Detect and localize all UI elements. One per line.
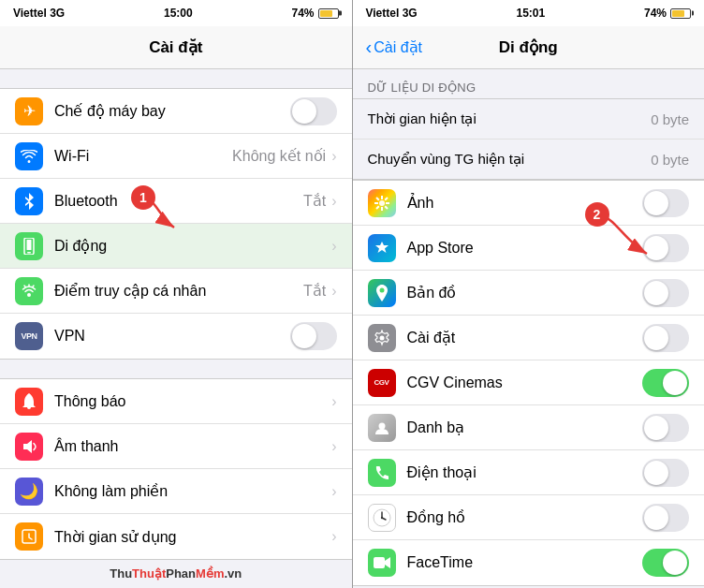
carrier-left: Viettel 3G [13,7,65,20]
list-item-clock[interactable]: Đồng hồ [353,495,705,540]
list-item-hotspot[interactable]: Điểm truy cập cá nhân Tắt › [0,269,352,314]
status-bar-left: Viettel 3G 15:00 74% [0,0,352,26]
left-panel: Viettel 3G 15:00 74% Cài đặt ✈ Chế độ má… [0,0,352,588]
appstore-icon [368,234,396,262]
list-item-settings[interactable]: Cài đặt [353,316,705,360]
app-list: Ảnh App Store Bản đồ [353,180,705,586]
notif-label: Thông báo [54,393,331,410]
contacts-label: Danh bạ [407,419,643,436]
battery-fill-right [672,10,684,17]
maps-icon [368,279,396,307]
airplane-toggle[interactable] [290,97,337,125]
section-header-data: DỮ LIỆU DI ĐỘNG [353,69,705,98]
contacts-icon [368,414,396,442]
photos-label: Ảnh [407,194,643,212]
list-item-dnd[interactable]: 🌙 Không làm phiền › [0,469,352,514]
bluetooth-value: Tắt [303,192,326,210]
left-nav-title: Cài đặt [149,37,202,57]
sound-icon [15,433,43,461]
settings-toggle[interactable] [642,324,689,352]
appstore-label: App Store [407,240,643,257]
list-item-vpn[interactable]: VPN VPN [0,314,352,359]
contacts-toggle[interactable] [642,414,689,442]
facetime-label: FaceTime [407,554,643,571]
list-item-phone[interactable]: Điện thoại [353,450,705,495]
svg-line-5 [33,286,34,287]
nav-bar-left: Cài đặt [0,26,352,69]
svg-point-3 [27,293,31,297]
clock-label: Đồng hồ [407,508,643,526]
list-item-cgv[interactable]: CGV CGV Cinemas [353,360,705,405]
notif-chevron: › [331,393,336,410]
bluetooth-chevron: › [331,193,336,210]
wifi-chevron: › [331,148,336,165]
facetime-icon [368,549,396,577]
watermark: ThuThuậtPhanMềm.vn [110,566,242,581]
status-left: Viettel 3G [13,7,65,20]
battery-text-left: 74% [291,7,314,20]
status-bar-right: Viettel 3G 15:01 74% [353,0,705,26]
svg-line-6 [24,286,25,287]
watermark-thu: Thu [110,566,132,581]
data-row-current-label: Thời gian hiện tại [368,110,477,127]
list-item-photos[interactable]: Ảnh [353,181,705,226]
list-group-2: Thông báo › Âm thanh › 🌙 Không làm phiền… [0,378,352,560]
vpn-icon: VPN [15,322,43,350]
mobile-icon [15,232,43,260]
airplane-label: Chế độ máy bay [54,102,290,120]
list-item-mobile[interactable]: Di động › [0,224,352,269]
facetime-toggle[interactable] [642,549,689,577]
svg-line-16 [376,198,379,200]
cgv-toggle[interactable] [642,369,689,397]
time-right: 15:01 [516,7,545,20]
battery-text-right: 74% [644,7,667,20]
list-item-bluetooth[interactable]: Bluetooth Tắt › [0,179,352,224]
svg-rect-27 [374,557,385,568]
list-item-wifi[interactable]: Wi-Fi Không kết nối › [0,134,352,179]
svg-line-19 [376,206,379,209]
sound-label: Âm thanh [54,438,331,455]
watermark-vn: .vn [224,566,242,581]
clock-toggle[interactable] [642,504,689,532]
right-panel: Viettel 3G 15:01 74% ‹ Cài đặt Di động D… [353,0,705,588]
data-row-roaming-value: 0 byte [651,152,689,168]
svg-rect-2 [27,240,32,250]
maps-toggle[interactable] [642,279,689,307]
notif-icon [15,388,43,416]
nav-back-button[interactable]: ‹ Cài đặt [366,38,422,56]
screentime-icon [15,522,43,551]
svg-rect-1 [27,252,31,254]
time-left: 15:00 [164,7,193,20]
list-item-airplane[interactable]: ✈ Chế độ máy bay [0,89,352,134]
vpn-toggle[interactable] [290,322,337,350]
vpn-label: VPN [54,328,290,345]
nav-bar-right: ‹ Cài đặt Di động [353,26,705,69]
photos-icon [368,189,396,217]
list-item-contacts[interactable]: Danh bạ [353,405,705,450]
appstore-toggle[interactable] [642,234,689,262]
list-item-notif[interactable]: Thông báo › [0,379,352,424]
hotspot-icon [15,277,43,305]
wifi-icon [15,142,43,170]
list-item-appstore[interactable]: App Store [353,226,705,271]
svg-point-26 [380,516,382,518]
mobile-chevron: › [331,238,336,255]
status-right-right: 74% [644,7,691,20]
phone-toggle[interactable] [642,459,689,487]
list-item-facetime[interactable]: FaceTime [353,540,705,585]
watermark-mem: Mềm [196,566,224,581]
list-item-sound[interactable]: Âm thanh › [0,424,352,469]
battery-fill-left [320,10,332,17]
airplane-icon: ✈ [15,97,43,125]
list-item-screentime[interactable]: Thời gian sử dụng › [0,514,352,559]
svg-point-21 [379,335,384,340]
battery-icon-right [670,8,691,19]
bluetooth-icon [15,187,43,215]
watermark-thuat: Thuật [132,566,166,581]
phone-label: Điện thoại [407,463,643,481]
list-group-1: ✈ Chế độ máy bay Wi-Fi Không kết nối › [0,88,352,360]
photos-toggle[interactable] [642,189,689,217]
maps-label: Bản đồ [407,284,643,301]
status-right-left: 74% [291,7,338,20]
list-item-maps[interactable]: Bản đồ [353,271,705,316]
